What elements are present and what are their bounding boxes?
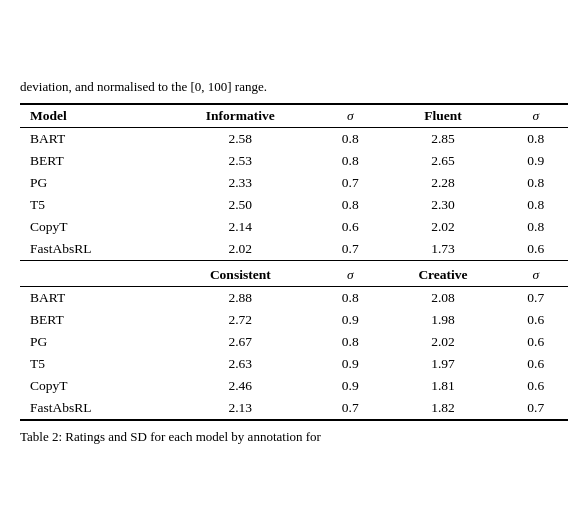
cell-value: 2.63 [162, 353, 318, 375]
cell-value: 0.9 [318, 353, 382, 375]
cell-value: 1.98 [382, 309, 503, 331]
section2-header-row: Consistent σ Creative σ [20, 261, 568, 287]
model-name: BART [20, 128, 162, 151]
model-name: PG [20, 172, 162, 194]
cell-value: 0.8 [318, 150, 382, 172]
model-name: CopyT [20, 375, 162, 397]
cell-value: 0.8 [318, 287, 382, 310]
cell-value: 2.72 [162, 309, 318, 331]
table-row: BART 2.58 0.8 2.85 0.8 [20, 128, 568, 151]
cell-value: 2.85 [382, 128, 503, 151]
cell-value: 2.67 [162, 331, 318, 353]
section1-header-row: Model Informative σ Fluent σ [20, 104, 568, 128]
col-creative: Creative [382, 261, 503, 287]
cell-value: 0.7 [318, 397, 382, 420]
cell-value: 0.8 [504, 172, 569, 194]
table-row: PG 2.67 0.8 2.02 0.6 [20, 331, 568, 353]
cell-value: 1.82 [382, 397, 503, 420]
cell-value: 0.7 [318, 172, 382, 194]
model-name: BART [20, 287, 162, 310]
cell-value: 0.8 [504, 216, 569, 238]
cell-value: 0.6 [504, 238, 569, 261]
cell-value: 0.9 [318, 375, 382, 397]
model-name: FastAbsRL [20, 397, 162, 420]
model-name: FastAbsRL [20, 238, 162, 261]
main-container: deviation, and normalised to the [0, 100… [20, 79, 568, 445]
cell-value: 2.50 [162, 194, 318, 216]
intro-text: deviation, and normalised to the [0, 100… [20, 79, 568, 95]
cell-value: 2.53 [162, 150, 318, 172]
cell-value: 2.02 [162, 238, 318, 261]
cell-value: 0.9 [318, 309, 382, 331]
cell-value: 2.30 [382, 194, 503, 216]
col-sigma-1b: σ [504, 104, 569, 128]
model-name: T5 [20, 353, 162, 375]
cell-value: 0.6 [504, 375, 569, 397]
cell-value: 0.8 [318, 128, 382, 151]
cell-value: 0.8 [504, 128, 569, 151]
model-name: BERT [20, 309, 162, 331]
table-row: BART 2.88 0.8 2.08 0.7 [20, 287, 568, 310]
cell-value: 0.6 [504, 309, 569, 331]
cell-value: 0.9 [504, 150, 569, 172]
cell-value: 0.6 [318, 216, 382, 238]
cell-value: 2.08 [382, 287, 503, 310]
cell-value: 2.02 [382, 331, 503, 353]
table-row: FastAbsRL 2.13 0.7 1.82 0.7 [20, 397, 568, 420]
cell-value: 2.58 [162, 128, 318, 151]
model-name: PG [20, 331, 162, 353]
cell-value: 2.28 [382, 172, 503, 194]
cell-value: 1.81 [382, 375, 503, 397]
table-caption: Table 2: Ratings and SD for each model b… [20, 429, 568, 445]
results-table: Model Informative σ Fluent σ BART 2.58 0… [20, 103, 568, 421]
col-empty [20, 261, 162, 287]
model-name: CopyT [20, 216, 162, 238]
cell-value: 2.46 [162, 375, 318, 397]
col-fluent: Fluent [382, 104, 503, 128]
col-consistent: Consistent [162, 261, 318, 287]
col-sigma-1a: σ [318, 104, 382, 128]
cell-value: 0.8 [318, 194, 382, 216]
cell-value: 0.8 [318, 331, 382, 353]
model-name: T5 [20, 194, 162, 216]
cell-value: 2.13 [162, 397, 318, 420]
col-model-1: Model [20, 104, 162, 128]
table-row: T5 2.50 0.8 2.30 0.8 [20, 194, 568, 216]
cell-value: 0.8 [504, 194, 569, 216]
cell-value: 2.02 [382, 216, 503, 238]
model-name: BERT [20, 150, 162, 172]
cell-value: 0.6 [504, 353, 569, 375]
cell-value: 2.33 [162, 172, 318, 194]
cell-value: 1.73 [382, 238, 503, 261]
cell-value: 0.7 [504, 397, 569, 420]
table-row: CopyT 2.46 0.9 1.81 0.6 [20, 375, 568, 397]
col-sigma-2b: σ [504, 261, 569, 287]
cell-value: 1.97 [382, 353, 503, 375]
table-row: FastAbsRL 2.02 0.7 1.73 0.6 [20, 238, 568, 261]
cell-value: 0.6 [504, 331, 569, 353]
cell-value: 2.88 [162, 287, 318, 310]
table-row: BERT 2.72 0.9 1.98 0.6 [20, 309, 568, 331]
table-row: T5 2.63 0.9 1.97 0.6 [20, 353, 568, 375]
cell-value: 0.7 [504, 287, 569, 310]
col-informative: Informative [162, 104, 318, 128]
cell-value: 2.65 [382, 150, 503, 172]
col-sigma-2a: σ [318, 261, 382, 287]
table-row: CopyT 2.14 0.6 2.02 0.8 [20, 216, 568, 238]
cell-value: 2.14 [162, 216, 318, 238]
cell-value: 0.7 [318, 238, 382, 261]
table-row: BERT 2.53 0.8 2.65 0.9 [20, 150, 568, 172]
table-row: PG 2.33 0.7 2.28 0.8 [20, 172, 568, 194]
